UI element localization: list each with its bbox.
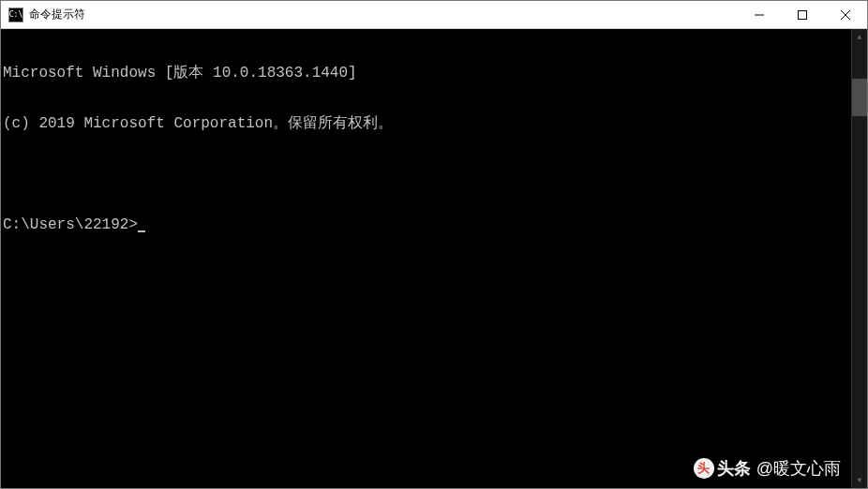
maximize-button[interactable] <box>781 1 824 28</box>
watermark-logo: 头 头条 <box>694 458 751 479</box>
minimize-icon <box>755 10 764 20</box>
watermark-brand: 头条 <box>717 460 751 477</box>
close-icon <box>841 10 850 20</box>
window-controls <box>738 1 867 28</box>
close-button[interactable] <box>824 1 867 28</box>
terminal-line: (c) 2019 Microsoft Corporation。保留所有权利。 <box>3 115 867 132</box>
terminal-line: Microsoft Windows [版本 10.0.18363.1440] <box>3 65 867 82</box>
cmd-icon-text: C:\ <box>9 10 22 19</box>
terminal-prompt-line: C:\Users\22192> <box>3 216 867 233</box>
terminal-prompt: C:\Users\22192> <box>3 216 138 233</box>
watermark-user: @暖文心雨 <box>756 460 841 477</box>
minimize-button[interactable] <box>738 1 781 28</box>
scrollbar[interactable]: ▲ ▼ <box>851 29 867 488</box>
cmd-window: C:\ 命令提示符 Microsoft Windows [版本 10.0.183… <box>0 0 868 489</box>
terminal-output[interactable]: Microsoft Windows [版本 10.0.18363.1440] (… <box>1 29 867 488</box>
window-title: 命令提示符 <box>29 7 738 22</box>
scrollbar-down-button[interactable]: ▼ <box>852 472 867 488</box>
scrollbar-track[interactable] <box>852 45 867 472</box>
terminal-line <box>3 166 867 183</box>
titlebar[interactable]: C:\ 命令提示符 <box>1 1 867 29</box>
watermark: 头 头条 @暖文心雨 <box>694 458 841 479</box>
maximize-icon <box>798 10 807 20</box>
scrollbar-up-button[interactable]: ▲ <box>852 29 867 45</box>
scrollbar-thumb[interactable] <box>852 79 867 116</box>
toutiao-logo-icon: 头 <box>694 458 714 479</box>
cursor <box>138 230 145 232</box>
svg-rect-1 <box>799 10 807 19</box>
cmd-icon: C:\ <box>8 7 23 22</box>
